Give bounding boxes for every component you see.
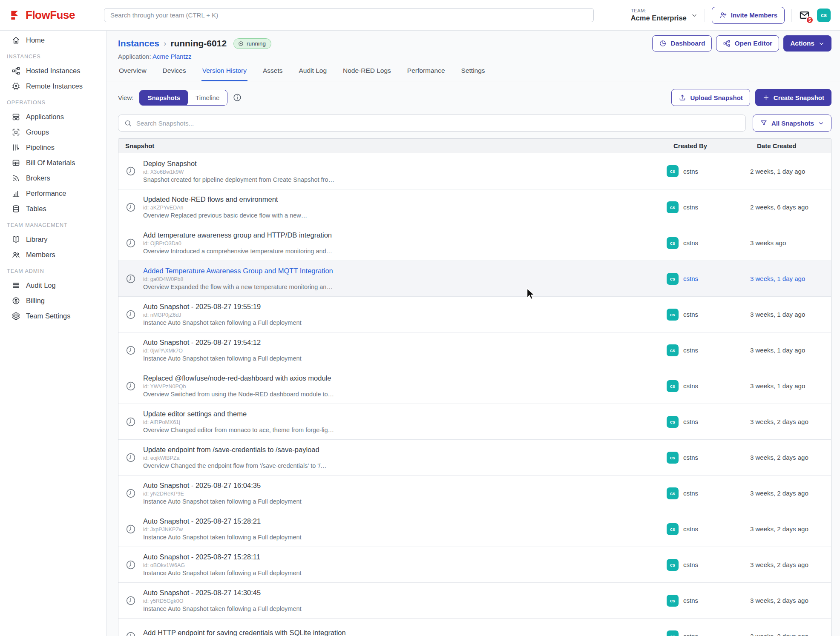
user-avatar[interactable]: cs [817, 9, 831, 22]
view-toggle: Snapshots Timeline [139, 90, 227, 106]
sidebar-item-groups[interactable]: Groups [0, 124, 106, 140]
sidebar-item-tables[interactable]: Tables [0, 201, 106, 216]
sidebar-item-label: Home [26, 36, 45, 44]
table-row[interactable]: Replaced @flowfuse/node-red-dashboard wi… [118, 368, 831, 404]
snapshot-title: Updated Node-RED flows and environment [143, 195, 307, 203]
sidebar-item-remote-instances[interactable]: Remote Instances [0, 78, 106, 94]
create-snapshot-button[interactable]: Create Snapshot [755, 89, 831, 106]
table-row[interactable]: Add HTTP endpoint for saving credentials… [118, 618, 831, 636]
open-editor-button[interactable]: Open Editor [716, 35, 779, 52]
tab-node-red-logs[interactable]: Node-RED Logs [342, 63, 392, 81]
tab-performance[interactable]: Performance [406, 63, 446, 81]
snapshot-id: id: aKZPYvEDAn [143, 205, 307, 211]
sidebar-item-applications[interactable]: Applications [0, 109, 106, 124]
dashboard-button[interactable]: Dashboard [652, 35, 712, 52]
team-search-input[interactable] [104, 8, 594, 22]
notifications-button[interactable]: 5 [799, 9, 810, 21]
broadcast-icon [12, 174, 20, 183]
person-plus-icon [719, 11, 727, 19]
creator-name: cstns [683, 382, 698, 390]
sidebar-item-performance[interactable]: Performance [0, 186, 106, 201]
tab-version-history[interactable]: Version History [201, 63, 247, 81]
creator-avatar: cs [667, 559, 679, 571]
sidebar-item-members[interactable]: Members [0, 247, 106, 262]
sidebar-item-hosted-instances[interactable]: Hosted Instances [0, 63, 106, 78]
view-toggle-timeline[interactable]: Timeline [188, 90, 227, 105]
flowfuse-logo[interactable]: FlowFuse [9, 9, 104, 22]
snapshot-title: Added Temperature Awareness Group and MQ… [143, 267, 333, 275]
sidebar-item-home[interactable]: Home [0, 32, 106, 48]
creator-name: cstns [683, 633, 698, 636]
table-row[interactable]: Auto Snapshot - 2025-08-27 19:55:19 id: … [118, 296, 831, 332]
breadcrumb-instances-link[interactable]: Instances [118, 38, 159, 49]
snapshot-id: id: ga0D4W0Pb8 [143, 276, 333, 282]
column-date-created: Date Created [750, 142, 831, 149]
snapshot-id: id: AlRPoMX61j [143, 419, 334, 425]
table-row[interactable]: Updated Node-RED flows and environment i… [118, 189, 831, 225]
table-row[interactable]: Auto Snapshot - 2025-08-27 16:04:35 id: … [118, 475, 831, 511]
upload-snapshot-button[interactable]: Upload Snapshot [671, 89, 750, 106]
date-created: 3 weeks, 2 days ago [750, 561, 831, 568]
creator-name: cstns [683, 490, 698, 497]
sidebar-item-audit-log[interactable]: Audit Log [0, 278, 106, 293]
table-row[interactable]: Auto Snapshot - 2025-08-27 15:28:21 id: … [118, 511, 831, 547]
snapshot-search-input[interactable] [136, 120, 740, 127]
sidebar-item-team-settings[interactable]: Team Settings [0, 308, 106, 324]
creator-name: cstns [683, 275, 698, 282]
creator-avatar: cs [667, 273, 679, 285]
tab-audit-log[interactable]: Audit Log [298, 63, 328, 81]
snapshot-description: Overview Changed the endpoint flow from … [143, 462, 327, 469]
pie-chart-icon [659, 40, 667, 47]
sidebar-item-pipelines[interactable]: Pipelines [0, 140, 106, 155]
table-row[interactable]: Deploy Snapshot id: X3o6Bw1k9W Snapshot … [118, 153, 831, 189]
sitemap-icon [12, 66, 20, 75]
creator-name: cstns [683, 168, 698, 175]
table-row[interactable]: Auto Snapshot - 2025-08-27 15:28:11 id: … [118, 547, 831, 582]
snapshot-title: Add HTTP endpoint for saving credentials… [143, 629, 346, 636]
table-row[interactable]: Update editor settings and theme id: AlR… [118, 404, 831, 439]
dollar-circle-icon [12, 296, 20, 305]
snapshot-table: Snapshot Created By Date Created Deploy … [118, 138, 831, 636]
clock-icon [125, 273, 136, 284]
snapshot-description: Overview Introduced a comprehensive temp… [143, 248, 332, 255]
snapshot-description: Instance Auto Snapshot taken following a… [143, 605, 302, 612]
application-link[interactable]: Acme Plantzz [152, 53, 192, 60]
clock-icon [125, 238, 136, 249]
open-editor-label: Open Editor [734, 40, 772, 47]
invite-members-button[interactable]: Invite Members [712, 7, 785, 24]
sidebar-item-label: Pipelines [26, 143, 55, 152]
table-row[interactable]: Update endpoint from /save-credentials t… [118, 439, 831, 475]
table-row[interactable]: Added Temperature Awareness Group and MQ… [118, 261, 831, 296]
sidebar-item-bill-of-materials[interactable]: Bill Of Materials [0, 155, 106, 170]
book-icon [12, 235, 20, 244]
table-row[interactable]: Auto Snapshot - 2025-08-27 14:30:45 id: … [118, 582, 831, 618]
team-selector[interactable]: TEAM: Acme Enterprise [631, 8, 698, 23]
creator-name: cstns [683, 203, 698, 211]
table-row[interactable]: Auto Snapshot - 2025-08-27 19:54:12 id: … [118, 332, 831, 368]
tab-assets[interactable]: Assets [262, 63, 284, 81]
tab-overview[interactable]: Overview [118, 63, 147, 81]
chevron-down-icon [818, 40, 825, 47]
actions-button[interactable]: Actions [783, 35, 831, 52]
app-window: FlowFuse TEAM: Acme Enterprise [0, 0, 840, 636]
divider [791, 9, 792, 22]
snapshot-description: Instance Auto Snapshot taken following a… [143, 534, 302, 541]
snapshot-id: id: yN2DReKP9E [143, 491, 302, 497]
view-toggle-snapshots[interactable]: Snapshots [140, 90, 188, 105]
instance-tabs: Overview Devices Version History Assets … [106, 63, 840, 81]
sidebar-item-brokers[interactable]: Brokers [0, 170, 106, 186]
table-row[interactable]: Add temperature awareness group and HTTP… [118, 225, 831, 261]
snapshot-filter-button[interactable]: All Snapshots [753, 115, 831, 132]
sidebar-section-team-management: TEAM MANAGEMENT [0, 216, 106, 232]
sidebar-item-billing[interactable]: Billing [0, 293, 106, 308]
tab-devices[interactable]: Devices [162, 63, 187, 81]
snapshot-description: Overview Expanded the flow with a new te… [143, 284, 333, 290]
main-content: Instances › running-6012 running [106, 31, 840, 636]
date-created: 3 weeks, 1 day ago [750, 382, 831, 390]
snapshot-table-header: Snapshot Created By Date Created [118, 139, 831, 153]
snapshot-description: Instance Auto Snapshot taken following a… [143, 498, 302, 505]
sidebar-item-library[interactable]: Library [0, 232, 106, 247]
info-icon[interactable] [233, 93, 242, 102]
creator-avatar: cs [667, 630, 679, 636]
tab-settings[interactable]: Settings [460, 63, 486, 81]
